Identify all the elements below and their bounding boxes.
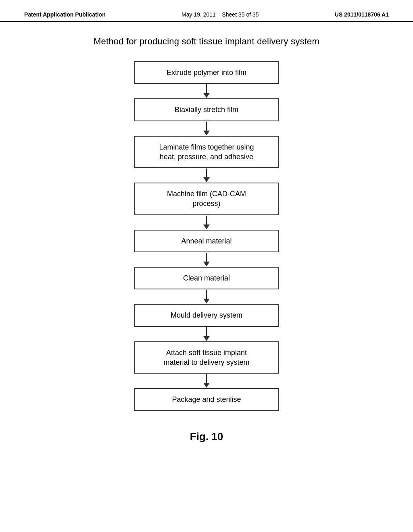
- step-1-box: Extrude polymer into film: [134, 61, 279, 84]
- arrow-head-6: [203, 299, 210, 303]
- arrow-shaft-7: [206, 327, 207, 336]
- arrow-7: [203, 327, 210, 341]
- arrow-head-2: [203, 131, 210, 135]
- step-2-label: Biaxially stretch film: [175, 106, 238, 114]
- arrow-2: [203, 121, 210, 136]
- publication-label: Patent Application Publication: [24, 11, 106, 18]
- arrow-shaft-5: [206, 253, 207, 262]
- step-4-label: Machine film (CAD-CAMprocess): [167, 190, 246, 208]
- patent-number-label: US 2011/0118706 A1: [335, 11, 389, 18]
- figure-caption: Fig. 10: [190, 430, 223, 443]
- arrow-shaft-4: [206, 216, 207, 224]
- arrow-head-8: [203, 383, 210, 388]
- step-3-box: Laminate films together usingheat, press…: [134, 136, 279, 168]
- step-5-label: Anneal material: [181, 237, 232, 245]
- step-5-box: Anneal material: [134, 230, 279, 252]
- step-9-label: Package and sterilise: [172, 395, 241, 403]
- arrow-shaft-2: [206, 122, 207, 131]
- step-7-box: Mould delivery system: [134, 304, 279, 326]
- diagram-title: Method for producing soft tissue implant…: [94, 36, 319, 47]
- arrow-6: [203, 289, 210, 304]
- arrow-shaft-3: [206, 168, 207, 177]
- date-sheet-label: May 19, 2011 Sheet 35 of 35: [181, 11, 259, 18]
- arrow-shaft-1: [206, 84, 207, 93]
- step-3-label: Laminate films together usingheat, press…: [159, 143, 254, 161]
- step-6-box: Clean material: [134, 267, 279, 289]
- arrow-head-1: [203, 93, 210, 98]
- arrow-head-4: [203, 224, 210, 229]
- arrow-head-7: [203, 336, 210, 341]
- page-header: Patent Application Publication May 19, 2…: [0, 0, 413, 22]
- arrow-shaft-6: [206, 290, 207, 299]
- arrow-5: [203, 252, 210, 267]
- arrow-head-5: [203, 262, 210, 266]
- arrow-head-3: [203, 177, 210, 182]
- step-1-label: Extrude polymer into film: [167, 69, 246, 77]
- step-6-label: Clean material: [183, 274, 230, 282]
- arrow-1: [203, 84, 210, 98]
- step-4-box: Machine film (CAD-CAMprocess): [134, 183, 279, 215]
- step-9-box: Package and sterilise: [134, 388, 279, 411]
- step-7-label: Mould delivery system: [171, 311, 242, 319]
- flowchart: Extrude polymer into film Biaxially stre…: [122, 61, 291, 411]
- step-2-box: Biaxially stretch film: [134, 98, 279, 121]
- arrow-shaft-8: [206, 374, 207, 383]
- arrow-4: [203, 215, 210, 230]
- arrow-3: [203, 168, 210, 183]
- main-content: Method for producing soft tissue implant…: [0, 22, 413, 443]
- step-8-box: Attach soft tissue implantmaterial to de…: [134, 341, 279, 374]
- step-8-label: Attach soft tissue implantmaterial to de…: [163, 349, 249, 366]
- arrow-8: [203, 374, 210, 388]
